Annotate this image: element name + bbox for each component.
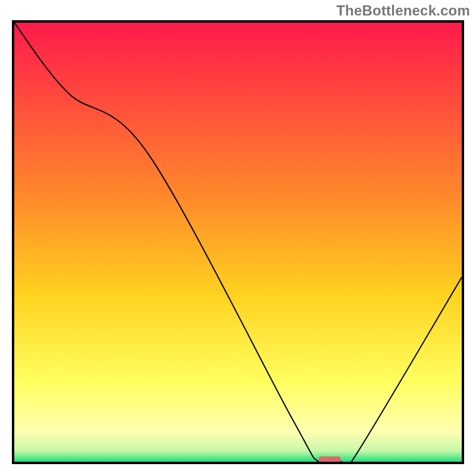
watermark-text: TheBottleneck.com <box>336 2 470 19</box>
plot-frame <box>12 20 464 464</box>
optimum-marker <box>14 23 462 462</box>
svg-rect-1 <box>318 456 341 462</box>
chart-container: TheBottleneck.com <box>0 0 476 476</box>
plot-area <box>14 23 462 462</box>
